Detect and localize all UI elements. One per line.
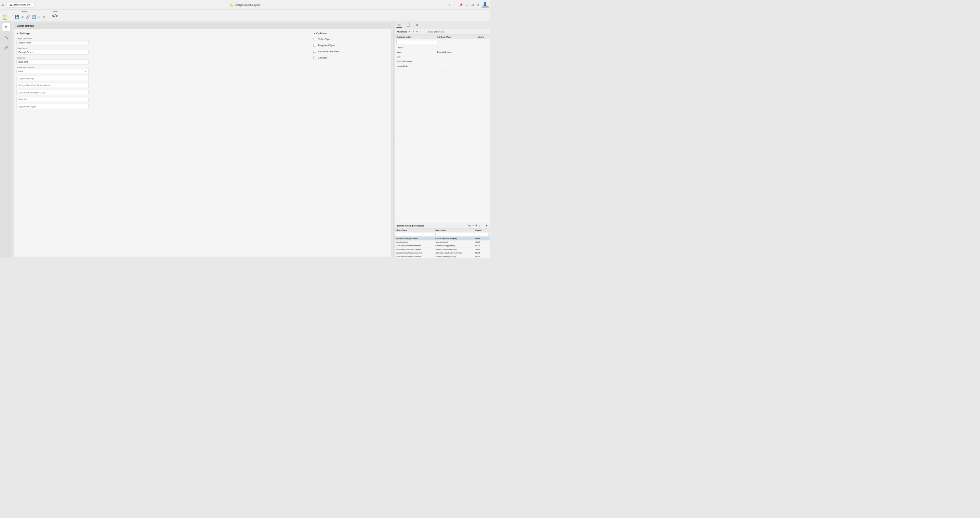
- browse-row-swat-desktop-complex[interactable]: SwatDesktopWindowComplex Search Screen (…: [395, 248, 490, 252]
- static-object-checkbox[interactable]: [313, 38, 316, 40]
- attr-layout-value: 3T: [437, 46, 478, 49]
- menu-icon[interactable]: ≡: [448, 3, 451, 6]
- sidebar-network-icon[interactable]: 🔗: [2, 44, 10, 51]
- browse-row-swat-add[interactable]: SwatAddDialogStandard Create Window (sim…: [395, 237, 490, 241]
- show-events-group: Show only events: [425, 30, 444, 33]
- maximize-icon[interactable]: ⊡: [471, 3, 475, 7]
- tab-events[interactable]: 📋: [405, 22, 411, 28]
- browse-module-filter[interactable]: [475, 233, 488, 236]
- attributes-dropdown-icon[interactable]: ▼: [409, 30, 410, 33]
- deployment-input[interactable]: [17, 104, 89, 109]
- browse-desc-filter[interactable]: [435, 233, 474, 236]
- browse-row-swat-desktop-standard[interactable]: SwatDesktopWindowStandard Search Window …: [395, 255, 490, 259]
- star-icon[interactable]: ✳: [42, 15, 46, 19]
- attr-table-header: Attribute Label Attribute Value Inherit: [395, 35, 490, 39]
- tab-display[interactable]: 🖥: [414, 22, 420, 28]
- object-tab-section: Object 📁 Open 📄 💾 ✔ 🔗 🔄 ⊞ ✳: [0, 10, 48, 21]
- browse-filter-icon[interactable]: ⊽: [475, 225, 477, 227]
- minimize-icon[interactable]: —: [465, 3, 469, 6]
- browse-row-name: SwatDesktopWindowExtended: [396, 252, 436, 254]
- sidebar-settings-icon[interactable]: ⚙: [2, 23, 10, 31]
- browse-row-name: SwatAppDetail: [396, 241, 436, 243]
- left-sidebar: ⚙ 🔨 🔗 ☰: [0, 21, 12, 258]
- events-tab-label[interactable]: Events: [51, 11, 59, 13]
- browse-row-module: SWAT: [475, 237, 488, 239]
- filter-icon[interactable]: ⊽: [412, 30, 414, 33]
- extension-input[interactable]: [17, 97, 89, 102]
- object-type-name-label: Object Type Name: [17, 38, 308, 40]
- close-icon[interactable]: ✕: [476, 3, 480, 7]
- panel-header: Object settings: [14, 23, 391, 29]
- browse-row-module: SWAT: [475, 241, 488, 243]
- more-icon[interactable]: ⋮: [453, 3, 457, 7]
- new-icon[interactable]: 📄: [9, 15, 14, 19]
- template-object-label: Template Object: [318, 44, 336, 46]
- open-tool[interactable]: 📁 Open: [3, 14, 8, 20]
- code-icon[interactable]: </>: [52, 14, 58, 18]
- attr-custom-style-label: customStyle: [397, 65, 438, 67]
- attr-row-custom-style: customStyle: [395, 64, 490, 69]
- smart-object-module-group: SmartObject-Module offer: [17, 66, 308, 74]
- object-tab-label[interactable]: Object: [3, 11, 45, 13]
- static-object-label: Static Object: [318, 38, 332, 40]
- browse-row-swat-desktop-extended[interactable]: SwatDesktopWindowExtended extended searc…: [395, 251, 490, 255]
- events-toolbar-icons: </>: [51, 14, 59, 18]
- attr-closing-label: ClosingBehaviour: [397, 60, 438, 63]
- sidebar-build-icon[interactable]: 🔨: [2, 33, 10, 41]
- design-time-input[interactable]: [17, 83, 89, 88]
- browse-more-icon[interactable]: ⋮: [482, 225, 484, 227]
- attr-value-col: Attribute Value: [437, 35, 478, 38]
- tab-attributes[interactable]: ⚙: [397, 22, 402, 28]
- browse-name-filter[interactable]: [396, 233, 435, 236]
- options-chevron[interactable]: ∧: [313, 32, 315, 35]
- object-package-input[interactable]: [17, 76, 89, 81]
- open-label: Open: [3, 19, 7, 20]
- browse-row-swat-app[interactable]: SwatAppDetail SwatAppDetail SWAT: [395, 241, 490, 244]
- browse-refresh-icon[interactable]: ↻: [478, 225, 480, 227]
- object-type-name-input[interactable]: [17, 40, 89, 46]
- pin-icon[interactable]: 📌: [458, 3, 463, 7]
- template-object-group: Template Object: [313, 44, 389, 46]
- link-icon[interactable]: 🔗: [25, 15, 30, 19]
- browse-row-swat-choose[interactable]: SwatChooseWindowStandard Choose Dialog (…: [395, 244, 490, 248]
- right-panel-tabs: ⚙ 📋 🖥: [395, 21, 490, 29]
- save-icon[interactable]: 💾: [15, 15, 19, 19]
- more-attr-icon[interactable]: ⋮: [420, 30, 422, 33]
- show-events-checkbox[interactable]: [425, 30, 428, 33]
- browse-row-module: SWAT: [475, 256, 488, 258]
- user-badge: 👤 axadmin: [482, 2, 488, 8]
- attr-label-filter[interactable]: [397, 40, 438, 44]
- browse-row-module: SWAT: [475, 245, 488, 247]
- grid-icon[interactable]: ⊞: [38, 15, 41, 19]
- browse-row-desc: Choose Dialog (simple): [435, 245, 475, 247]
- design-time-group: [17, 83, 308, 88]
- attributes-dots: ...: [395, 69, 490, 73]
- browse-name-col: Object Name: [396, 229, 436, 231]
- sidebar-list-icon[interactable]: ☰: [2, 54, 10, 62]
- smart-object-module-wrapper: offer: [17, 69, 89, 74]
- refresh-icon[interactable]: 🔄: [32, 15, 36, 19]
- smart-object-module-select[interactable]: offer: [17, 69, 89, 74]
- settings-chevron[interactable]: ∧: [17, 32, 19, 35]
- smart-object-module-label: SmartObject-Module: [17, 66, 308, 69]
- browse-row-name: SwatAddDialogStandard: [396, 237, 436, 239]
- runnable-from-menu-label: Runnable from Menu: [318, 50, 340, 53]
- attr-layout-label: Layout: [397, 46, 438, 49]
- disabled-checkbox[interactable]: [313, 56, 316, 59]
- object-package-group: [17, 76, 308, 81]
- object-toolbar-icons: 📁 Open 📄 💾 ✔ 🔗 🔄 ⊞ ✳: [3, 14, 45, 20]
- object-name-input[interactable]: [17, 50, 89, 55]
- browse-expand-icon[interactable]: ▼: [485, 225, 488, 227]
- template-object-checkbox[interactable]: [313, 44, 316, 46]
- username: axadmin: [482, 6, 488, 8]
- attributes-bar: Attributes ▼ ⊽ ↻ ⋮ Show only events: [395, 29, 490, 35]
- browse-filter-dropdown[interactable]: ▼: [472, 225, 474, 227]
- runnable-from-menu-checkbox[interactable]: [313, 50, 316, 53]
- customization-input[interactable]: [17, 90, 89, 95]
- object-type-name-group: Object Type Name: [17, 38, 308, 45]
- refresh-attr-icon[interactable]: ↻: [416, 30, 418, 33]
- design-object-button[interactable]: 🗂 Design Object Sw...: [6, 2, 35, 7]
- options-title: ∧ Options: [313, 32, 389, 35]
- description-input[interactable]: [17, 59, 89, 65]
- check-icon[interactable]: ✔: [21, 15, 24, 19]
